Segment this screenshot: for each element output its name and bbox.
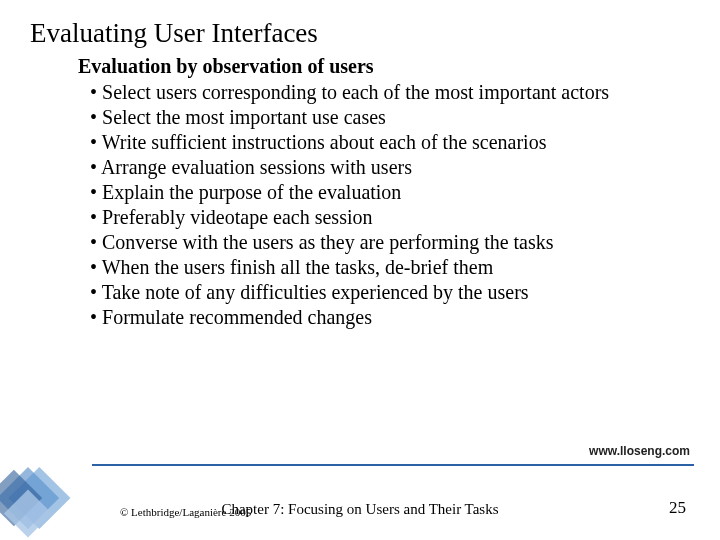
bullet-item: When the users finish all the tasks, de-… — [90, 255, 692, 280]
bullet-item: Formulate recommended changes — [90, 305, 692, 330]
bullet-item: Preferably videotape each session — [90, 205, 692, 230]
corner-decoration-icon — [0, 460, 92, 540]
bullet-item: Select users corresponding to each of th… — [90, 80, 692, 105]
bullet-item: Arrange evaluation sessions with users — [90, 155, 692, 180]
bullet-list: Select users corresponding to each of th… — [90, 80, 692, 330]
slide: Evaluating User Interfaces Evaluation by… — [0, 0, 720, 540]
footer-chapter: Chapter 7: Focusing on Users and Their T… — [0, 501, 720, 518]
bullet-item: Explain the purpose of the evaluation — [90, 180, 692, 205]
bullet-item: Write sufficient instructions about each… — [90, 130, 692, 155]
footer-url: www.lloseng.com — [589, 444, 690, 458]
footer-divider — [92, 464, 694, 466]
slide-title: Evaluating User Interfaces — [30, 18, 692, 49]
slide-subtitle: Evaluation by observation of users — [78, 55, 692, 78]
bullet-item: Converse with the users as they are perf… — [90, 230, 692, 255]
slide-footer: www.lloseng.com © Lethbridge/Laganière 2… — [0, 450, 720, 540]
bullet-item: Select the most important use cases — [90, 105, 692, 130]
page-number: 25 — [669, 498, 686, 518]
bullet-item: Take note of any difficulties experience… — [90, 280, 692, 305]
